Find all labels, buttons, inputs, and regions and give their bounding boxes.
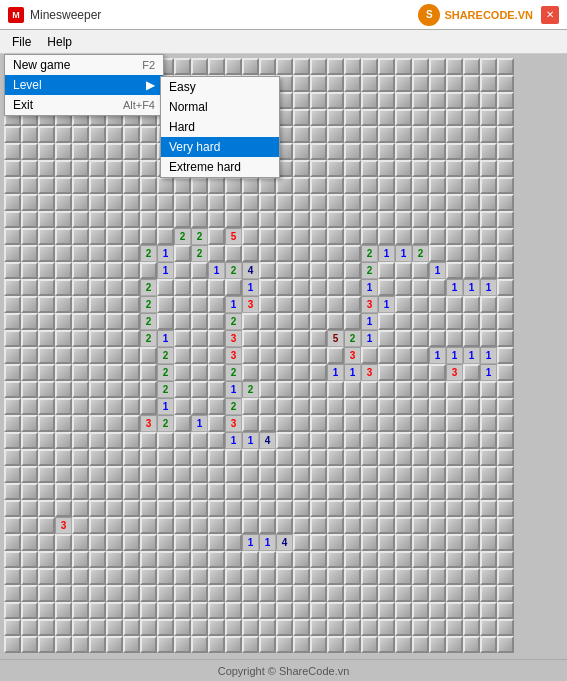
cell[interactable]: [429, 551, 446, 568]
cell[interactable]: [412, 177, 429, 194]
cell[interactable]: [327, 177, 344, 194]
cell[interactable]: [463, 177, 480, 194]
cell[interactable]: [429, 177, 446, 194]
cell[interactable]: [106, 398, 123, 415]
cell[interactable]: [310, 534, 327, 551]
cell[interactable]: [4, 517, 21, 534]
cell[interactable]: [89, 517, 106, 534]
cell[interactable]: [429, 619, 446, 636]
cell[interactable]: [4, 296, 21, 313]
cell[interactable]: [72, 551, 89, 568]
cell[interactable]: [395, 619, 412, 636]
cell[interactable]: [276, 330, 293, 347]
cell[interactable]: [497, 194, 514, 211]
cell[interactable]: [55, 228, 72, 245]
cell[interactable]: [497, 381, 514, 398]
cell[interactable]: [21, 381, 38, 398]
cell[interactable]: [293, 466, 310, 483]
cell[interactable]: [361, 517, 378, 534]
cell[interactable]: [191, 330, 208, 347]
cell[interactable]: [208, 466, 225, 483]
cell[interactable]: [480, 466, 497, 483]
cell[interactable]: [293, 415, 310, 432]
cell[interactable]: [157, 296, 174, 313]
cell[interactable]: 1: [225, 296, 242, 313]
cell[interactable]: [191, 432, 208, 449]
cell[interactable]: [140, 381, 157, 398]
cell[interactable]: [157, 636, 174, 653]
cell[interactable]: [106, 160, 123, 177]
cell[interactable]: [276, 415, 293, 432]
cell[interactable]: 1: [395, 245, 412, 262]
cell[interactable]: [412, 262, 429, 279]
cell[interactable]: [208, 483, 225, 500]
cell[interactable]: [191, 568, 208, 585]
cell[interactable]: [259, 330, 276, 347]
cell[interactable]: [4, 619, 21, 636]
cell[interactable]: [106, 534, 123, 551]
cell[interactable]: [463, 517, 480, 534]
cell[interactable]: [72, 398, 89, 415]
cell[interactable]: [497, 347, 514, 364]
cell[interactable]: [344, 109, 361, 126]
cell[interactable]: [174, 330, 191, 347]
cell[interactable]: [395, 364, 412, 381]
cell[interactable]: [38, 585, 55, 602]
cell[interactable]: [157, 432, 174, 449]
cell[interactable]: [89, 126, 106, 143]
cell[interactable]: 3: [361, 364, 378, 381]
cell[interactable]: [429, 211, 446, 228]
cell[interactable]: [344, 262, 361, 279]
cell[interactable]: [4, 398, 21, 415]
cell[interactable]: [446, 636, 463, 653]
cell[interactable]: [446, 568, 463, 585]
cell[interactable]: 1: [446, 279, 463, 296]
cell[interactable]: [242, 194, 259, 211]
cell[interactable]: [123, 636, 140, 653]
cell[interactable]: [395, 177, 412, 194]
cell[interactable]: [463, 109, 480, 126]
cell[interactable]: [72, 143, 89, 160]
cell[interactable]: [140, 619, 157, 636]
cell[interactable]: [225, 551, 242, 568]
cell[interactable]: [225, 449, 242, 466]
cell[interactable]: 2: [412, 245, 429, 262]
cell[interactable]: [208, 449, 225, 466]
cell[interactable]: [106, 483, 123, 500]
cell[interactable]: [106, 228, 123, 245]
cell[interactable]: [480, 313, 497, 330]
cell[interactable]: [72, 534, 89, 551]
cell[interactable]: [242, 245, 259, 262]
cell[interactable]: [344, 449, 361, 466]
cell[interactable]: 2: [157, 415, 174, 432]
cell[interactable]: [344, 160, 361, 177]
cell[interactable]: [21, 500, 38, 517]
cell[interactable]: [4, 636, 21, 653]
cell[interactable]: [293, 109, 310, 126]
cell[interactable]: 1: [463, 347, 480, 364]
cell[interactable]: [259, 381, 276, 398]
cell[interactable]: [191, 449, 208, 466]
cell[interactable]: [242, 517, 259, 534]
cell[interactable]: [21, 619, 38, 636]
cell[interactable]: [344, 296, 361, 313]
cell[interactable]: [208, 551, 225, 568]
cell[interactable]: [174, 296, 191, 313]
cell[interactable]: [55, 602, 72, 619]
cell[interactable]: [4, 330, 21, 347]
cell[interactable]: [123, 126, 140, 143]
cell[interactable]: [429, 330, 446, 347]
cell[interactable]: [446, 398, 463, 415]
cell[interactable]: [4, 177, 21, 194]
cell[interactable]: [89, 432, 106, 449]
cell[interactable]: [21, 330, 38, 347]
cell[interactable]: [259, 245, 276, 262]
cell[interactable]: [429, 585, 446, 602]
cell[interactable]: [4, 262, 21, 279]
cell[interactable]: [259, 619, 276, 636]
cell[interactable]: [361, 466, 378, 483]
cell[interactable]: [72, 381, 89, 398]
cell[interactable]: [480, 58, 497, 75]
cell[interactable]: [55, 262, 72, 279]
cell[interactable]: [242, 228, 259, 245]
